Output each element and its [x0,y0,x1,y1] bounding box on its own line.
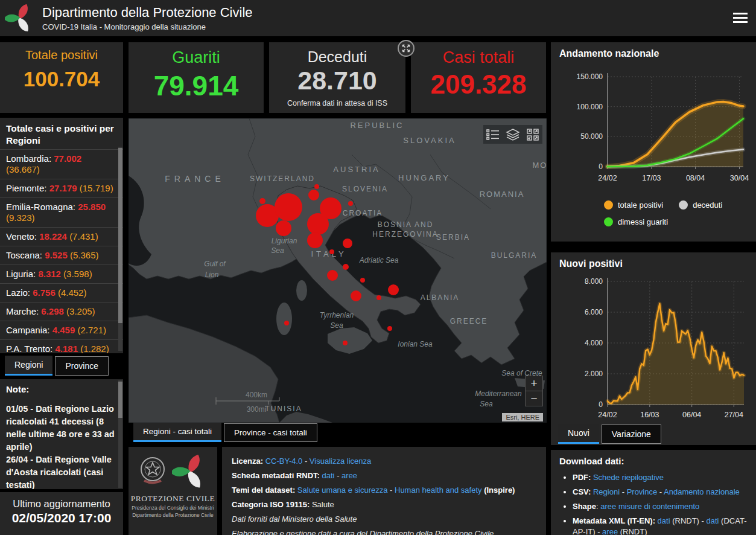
link[interactable]: aree [602,527,618,535]
link[interactable]: aree [341,471,357,480]
case-bubble[interactable] [284,321,289,325]
map-label: Tyrrhenian [320,311,354,319]
link[interactable]: Visualizza licenza [310,457,371,466]
link[interactable]: dati [707,516,719,525]
map-canvas[interactable]: REPUBLICSLOVAKIAAUSTRIAHUNGARYMOFRANCESW… [129,118,547,423]
link[interactable]: dati [322,471,335,480]
download-title: Download dati: [559,456,748,466]
download-panel: Download dati: PDF: Schede riepilogative… [551,450,756,535]
text: (RNDT) [618,527,647,535]
link[interactable]: Salute umana e sicurezza [297,485,388,495]
case-bubble[interactable] [259,198,265,204]
region-row[interactable]: Lombardia: 77.002 (36.667) [0,149,123,179]
nuovi-tabbar: Nuovi Variazione [558,424,661,444]
case-bubble[interactable] [343,341,348,345]
last-update-value: 02/05/2020 17:00 [0,511,123,525]
case-bubble[interactable] [327,270,338,281]
case-bubble[interactable] [348,201,353,206]
case-bubble[interactable] [329,249,334,254]
license-line: Licenza: CC-BY-4.0 - Visualizza licenza [232,454,536,469]
link[interactable]: Andamento nazionale [664,487,740,496]
text: Categoria ISO 19115: [232,500,312,509]
map-label: BULGARIA [491,251,538,260]
tab-variazione[interactable]: Variazione [602,424,661,444]
italy-emblem-icon [139,455,166,489]
svg-text:100.000: 100.000 [577,103,603,111]
region-row[interactable]: Veneto: 18.224 (7.431) [0,227,123,246]
zoom-out-button[interactable]: − [526,391,542,406]
text: (Inspire) [482,485,515,495]
region-row[interactable]: P.A. Trento: 4.181 (1.282) [0,339,123,353]
expand-icon[interactable] [398,40,415,57]
region-row[interactable]: Marche: 6.298 (3.205) [0,302,123,321]
text: Dati forniti dal Ministero della Salute [232,514,357,524]
text: Scheda metadati RNDT: [232,471,322,480]
svg-text:16/03: 16/03 [640,411,659,419]
note-line: 01/05 - Dati Regione Lazio ricalcolati 4… [6,403,115,453]
legend-item: deceduti [679,200,722,210]
nuovi-positivi-panel: Nuovi positivi 02.0004.0006.0008.00024/0… [551,252,756,445]
case-bubble[interactable] [343,264,349,270]
link[interactable]: Province [627,487,658,496]
svg-text:06/04: 06/04 [682,411,701,419]
tab-province[interactable]: Province [55,356,108,376]
layers-icon[interactable] [506,128,520,141]
map-label: ROMANIA [480,190,525,199]
note-line: 26/04 - Dati Regione Valle d'Aosta rical… [6,453,115,489]
case-bubble[interactable] [308,190,319,200]
legend-dot-icon [604,217,613,226]
logos-panel: PROTEZIONE CIVILE Presidenza del Consigl… [129,447,217,535]
map-label: HERZEGOVINA [372,230,438,239]
case-bubble[interactable] [275,193,302,221]
case-bubble[interactable] [343,239,352,248]
region-row[interactable]: Toscana: 9.525 (5.365) [0,246,123,264]
card-value: 209.328 [411,69,546,100]
tab-nuovi[interactable]: Nuovi [558,424,599,444]
tab-province-casi-totali[interactable]: Province - casi totali [224,423,317,442]
map[interactable]: REPUBLICSLOVAKIAAUSTRIAHUNGARYMOFRANCESW… [129,118,547,423]
link[interactable]: Regioni [593,487,620,496]
zoom-in-button[interactable]: + [526,376,542,391]
svg-text:08/04: 08/04 [686,174,705,182]
notes-panel[interactable]: Note: 01/05 - Dati Regione Lazio ricalco… [0,379,123,489]
case-bubble[interactable] [376,295,381,300]
map-label: TUNISIA [265,405,302,413]
region-row[interactable]: Liguria: 8.312 (3.598) [0,264,123,283]
card-casi-totali: Casi totali 209.328 [411,42,546,113]
region-row[interactable]: Lazio: 6.756 (4.452) [0,283,123,302]
legend-icon[interactable] [486,128,500,141]
text: Elaborazione e gestione dati a cura del … [232,529,494,535]
text: - [620,487,627,496]
map-label: MO [533,161,547,170]
case-bubble[interactable] [360,278,365,283]
case-bubble[interactable] [276,220,291,236]
nuovi-positivi-chart: 02.0004.0006.0008.00024/0216/0306/0427/0… [554,277,752,424]
tab-regioni-casi-totali[interactable]: Regioni - casi totali [133,423,221,442]
case-bubble[interactable] [314,184,319,189]
svg-text:30/04: 30/04 [730,174,749,182]
link[interactable]: Schede riepilogative [593,473,664,482]
regions-list[interactable]: Lombardia: 77.002 (36.667)Piemonte: 27.1… [0,149,123,353]
map-label: Adriatic Sea [359,256,399,264]
basemap-icon[interactable] [526,128,540,141]
notes-scrollbar[interactable] [118,380,122,488]
link[interactable]: CC-BY-4.0 [265,457,303,466]
case-bubble[interactable] [307,213,329,235]
svg-text:24/02: 24/02 [598,411,617,419]
map-label: SLOVAKIA [403,136,456,145]
region-row[interactable]: Campania: 4.459 (2.721) [0,321,123,339]
regions-scrollbar[interactable] [118,147,122,351]
region-row[interactable]: Emilia-Romagna: 25.850 (9.323) [0,197,123,227]
link[interactable]: Human health and safety [395,485,482,495]
link[interactable]: dati [658,516,670,525]
case-bubble[interactable] [307,232,323,248]
svg-text:0: 0 [599,162,603,171]
tab-regioni[interactable]: Regioni [5,356,52,376]
case-bubble[interactable] [388,284,399,295]
case-bubble[interactable] [387,326,392,331]
text: Shape [573,502,596,511]
case-bubble[interactable] [351,290,361,301]
menu-icon[interactable] [733,13,748,24]
region-row[interactable]: Piemonte: 27.179 (15.719) [0,179,123,197]
link[interactable]: aree misure di contenimento [600,502,699,511]
